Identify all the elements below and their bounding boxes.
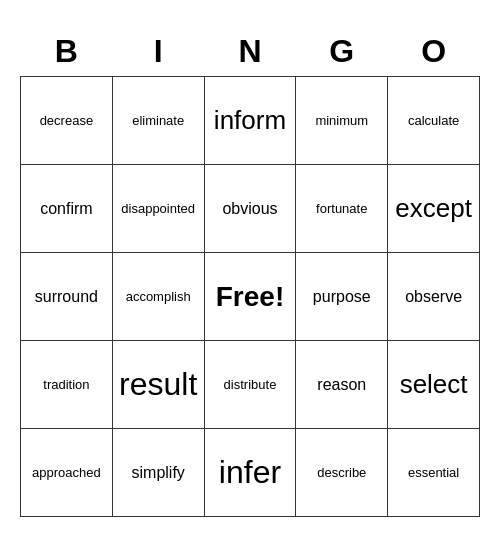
bingo-cell: accomplish — [112, 253, 204, 341]
bingo-cell: fortunate — [296, 165, 388, 253]
bingo-cell: obvious — [204, 165, 296, 253]
bingo-row: confirmdisappointedobviousfortunateexcep… — [21, 165, 480, 253]
bingo-cell: Free! — [204, 253, 296, 341]
bingo-cell: infer — [204, 429, 296, 517]
bingo-cell: surround — [21, 253, 113, 341]
bingo-header-letter: I — [112, 27, 204, 77]
bingo-cell: observe — [388, 253, 480, 341]
bingo-cell: inform — [204, 77, 296, 165]
bingo-header-letter: G — [296, 27, 388, 77]
bingo-header-letter: O — [388, 27, 480, 77]
bingo-cell: essential — [388, 429, 480, 517]
bingo-row: surroundaccomplishFree!purposeobserve — [21, 253, 480, 341]
bingo-cell: reason — [296, 341, 388, 429]
bingo-cell: simplify — [112, 429, 204, 517]
bingo-cell: purpose — [296, 253, 388, 341]
bingo-cell: eliminate — [112, 77, 204, 165]
bingo-cell: describe — [296, 429, 388, 517]
bingo-row: approachedsimplifyinferdescribeessential — [21, 429, 480, 517]
bingo-row: traditionresultdistributereasonselect — [21, 341, 480, 429]
bingo-cell: result — [112, 341, 204, 429]
bingo-cell: decrease — [21, 77, 113, 165]
bingo-row: decreaseeliminateinformminimumcalculate — [21, 77, 480, 165]
bingo-cell: disappointed — [112, 165, 204, 253]
bingo-cell: approached — [21, 429, 113, 517]
bingo-cell: distribute — [204, 341, 296, 429]
bingo-header-letter: N — [204, 27, 296, 77]
bingo-cell: minimum — [296, 77, 388, 165]
bingo-cell: except — [388, 165, 480, 253]
bingo-cell: confirm — [21, 165, 113, 253]
bingo-cell: calculate — [388, 77, 480, 165]
bingo-card: BINGO decreaseeliminateinformminimumcalc… — [20, 27, 480, 517]
bingo-header-letter: B — [21, 27, 113, 77]
bingo-cell: select — [388, 341, 480, 429]
bingo-cell: tradition — [21, 341, 113, 429]
